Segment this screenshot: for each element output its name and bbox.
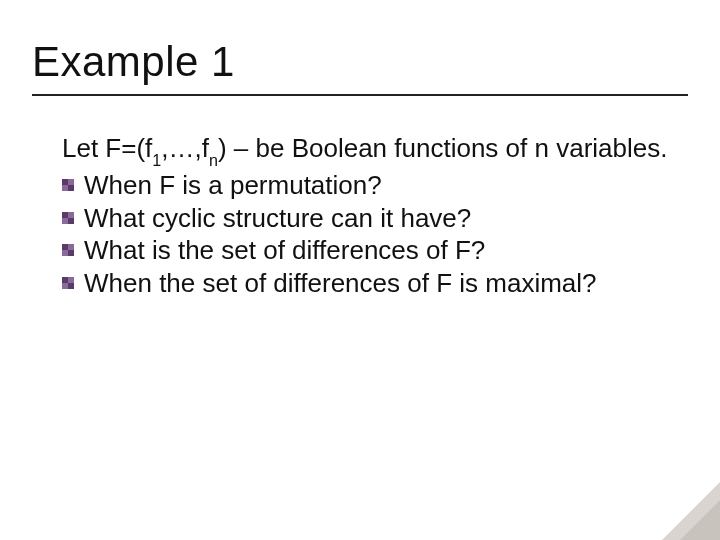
bullet-text: What is the set of differences of F? bbox=[84, 235, 485, 265]
diamond-bullet-icon bbox=[62, 277, 74, 289]
slide: Example 1 Let F=(f1,…,fn) – be Boolean f… bbox=[0, 0, 720, 540]
lead-sub2: n bbox=[209, 151, 218, 169]
list-item: What is the set of differences of F? bbox=[62, 234, 668, 267]
page-curl-decoration bbox=[662, 482, 720, 540]
lead-prefix: Let F=(f bbox=[62, 133, 152, 163]
list-item: When the set of differences of F is maxi… bbox=[62, 267, 668, 300]
diamond-bullet-icon bbox=[62, 212, 74, 224]
diamond-bullet-icon bbox=[62, 179, 74, 191]
lead-line: Let F=(f1,…,fn) – be Boolean functions o… bbox=[62, 132, 668, 167]
bullet-text: What cyclic structure can it have? bbox=[84, 203, 471, 233]
bullet-text: When F is a permutation? bbox=[84, 170, 382, 200]
list-item: What cyclic structure can it have? bbox=[62, 202, 668, 235]
lead-mid: ,…,f bbox=[161, 133, 209, 163]
lead-suffix: ) – be Boolean functions of n variables. bbox=[218, 133, 668, 163]
slide-body: Let F=(f1,…,fn) – be Boolean functions o… bbox=[32, 132, 688, 299]
slide-title: Example 1 bbox=[32, 38, 688, 86]
lead-sub1: 1 bbox=[152, 151, 161, 169]
list-item: When F is a permutation? bbox=[62, 169, 668, 202]
bullet-list: When F is a permutation? What cyclic str… bbox=[62, 169, 668, 299]
diamond-bullet-icon bbox=[62, 244, 74, 256]
bullet-text: When the set of differences of F is maxi… bbox=[84, 268, 597, 298]
title-rule bbox=[32, 94, 688, 96]
